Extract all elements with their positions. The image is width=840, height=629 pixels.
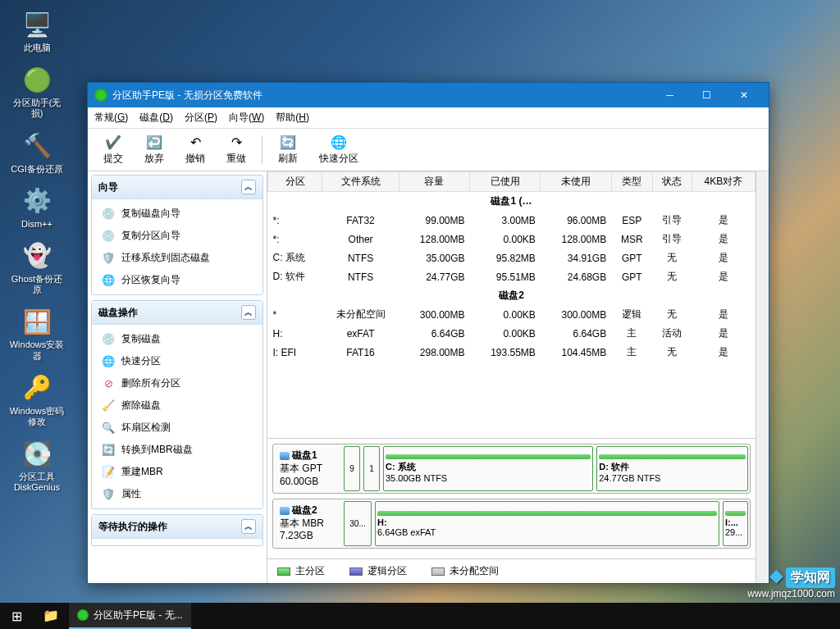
desktop-icon-label: Windows密码修改 (8, 406, 66, 427)
table-header[interactable]: 容量 (399, 172, 469, 192)
panel-item[interactable]: 📝重建MBR (92, 461, 262, 483)
tool-放弃[interactable]: ↩️放弃 (135, 132, 173, 168)
partition-block[interactable]: 1 (363, 446, 380, 491)
maximize-button[interactable]: ☐ (688, 84, 725, 107)
menu-p[interactable]: 分区(P) (185, 111, 217, 125)
panel-header[interactable]: 磁盘操作︽ (92, 301, 262, 325)
panel-item[interactable]: 🛡️迁移系统到固态磁盘 (92, 247, 262, 269)
menu-h[interactable]: 帮助(H) (276, 111, 309, 125)
partition-row[interactable]: *未分配空间300.00MB0.00KB300.00MB逻辑无是 (268, 305, 756, 324)
scrollbar[interactable] (756, 171, 769, 583)
panel-item-icon: 🛡️ (102, 488, 115, 501)
table-header[interactable]: 未使用 (541, 172, 611, 192)
panel-title: 向导 (98, 180, 118, 194)
panel-header[interactable]: 向导︽ (92, 175, 262, 199)
cell: ESP (611, 211, 652, 230)
desktop-icon[interactable]: 🪟Windows安装器 (8, 305, 66, 361)
toolbar-separator (262, 135, 262, 165)
desktop-icon[interactable]: 🖥️此电脑 (8, 8, 66, 53)
partition-row[interactable]: *:Other128.00MB0.00KB128.00MBMSR引导是 (268, 230, 756, 248)
table-header[interactable]: 已使用 (470, 172, 541, 192)
desktop-icon-image: 🔑 (21, 371, 53, 404)
disk-group-row[interactable]: 磁盘2 (268, 286, 756, 305)
taskbar-app[interactable]: 分区助手PE版 - 无... (69, 603, 191, 629)
tool-label: 提交 (103, 152, 123, 166)
desktop-icon[interactable]: 👻Ghost备份还原 (8, 239, 66, 295)
partition-row[interactable]: C: 系统NTFS35.00GB95.82MB34.91GBGPT无是 (268, 248, 756, 267)
taskbar-app-icon (77, 609, 89, 621)
table-header[interactable]: 分区 (268, 172, 322, 192)
disk-group-row[interactable]: 磁盘1 (… (268, 192, 756, 212)
diskmap[interactable]: 磁盘1基本 GPT60.00GB91C: 系统35.00GB NTFSD: 软件… (272, 444, 751, 494)
panel-item[interactable]: ⊘删除所有分区 (92, 372, 262, 394)
cell: *: (268, 230, 322, 248)
partition-table-wrap[interactable]: 分区文件系统容量已使用未使用类型状态4KB对齐 磁盘1 (…*:FAT3299.… (267, 171, 756, 438)
partition-block[interactable]: H:6.64GB exFAT (375, 501, 719, 546)
cell: 35.00GB (399, 248, 469, 267)
partition-row[interactable]: I: EFIFAT16298.00MB193.55MB104.45MB主无是 (268, 343, 756, 362)
table-header[interactable]: 文件系统 (322, 172, 399, 192)
table-header[interactable]: 4KB对齐 (692, 172, 755, 192)
collapse-icon[interactable]: ︽ (241, 180, 256, 194)
collapse-icon[interactable]: ︽ (241, 305, 256, 320)
cell: Other (322, 230, 399, 248)
menu-d[interactable]: 磁盘(D) (139, 111, 173, 125)
diskmap[interactable]: 磁盘2基本 MBR7.23GB30...H:6.64GB exFATI:...2… (272, 499, 751, 549)
file-explorer-icon[interactable]: 📁 (33, 603, 69, 629)
menu-w[interactable]: 向导(W) (229, 111, 264, 125)
partition-row[interactable]: D: 软件NTFS24.77GB95.51MB24.68GBGPT无是 (268, 267, 756, 286)
panel-item[interactable]: 🔍坏扇区检测 (92, 417, 262, 439)
start-button[interactable]: ⊞ (0, 603, 33, 629)
desktop-icon-label: 分区工具DiskGenius (8, 472, 66, 493)
tool-撤销[interactable]: ↶撤销 (176, 132, 214, 168)
main-panel: 分区文件系统容量已使用未使用类型状态4KB对齐 磁盘1 (…*:FAT3299.… (267, 171, 756, 583)
close-button[interactable]: ✕ (725, 84, 762, 107)
panel-body: 💿复制磁盘向导💿复制分区向导🛡️迁移系统到固态磁盘🌐分区恢复向导 (92, 199, 262, 294)
partition-row[interactable]: *:FAT3299.00MB3.00MB96.00MBESP引导是 (268, 211, 756, 230)
desktop-icon[interactable]: 💽分区工具DiskGenius (8, 437, 66, 493)
cell: 128.00MB (399, 230, 469, 248)
partition-block[interactable]: 30... (344, 501, 372, 546)
panel-body (92, 539, 262, 545)
panel-item[interactable]: 🧹擦除磁盘 (92, 394, 262, 417)
cell: 是 (692, 211, 755, 230)
cell: I: EFI (268, 343, 322, 362)
panel-item[interactable]: 🔄转换到MBR磁盘 (92, 439, 262, 461)
desktop-icon-label: Dism++ (21, 219, 52, 230)
tool-刷新[interactable]: 🔄刷新 (269, 132, 307, 168)
desktop-icon-label: 分区助手(无损) (8, 98, 66, 119)
panel-item[interactable]: 🌐分区恢复向导 (92, 269, 262, 291)
partition-block[interactable]: I:...29... (723, 501, 748, 546)
minimize-button[interactable]: ─ (651, 84, 688, 107)
desktop-icon[interactable]: ⚙️Dism++ (8, 185, 66, 230)
partition-block[interactable]: D: 软件24.77GB NTFS (596, 446, 748, 491)
tool-提交[interactable]: ✔️提交 (94, 132, 132, 168)
panel-item[interactable]: 🌐快速分区 (92, 350, 262, 372)
panel-header[interactable]: 等待执行的操作︽ (92, 515, 262, 539)
legend-label: 逻辑分区 (368, 564, 407, 578)
panel-item[interactable]: 🛡️属性 (92, 483, 262, 505)
menu-g[interactable]: 常规(G) (94, 111, 128, 125)
collapse-icon[interactable]: ︽ (241, 519, 256, 534)
cell: 0.00KB (470, 305, 541, 324)
titlebar[interactable]: 分区助手PE版 - 无损分区免费软件 ─ ☐ ✕ (88, 83, 769, 107)
panel-item[interactable]: 💿复制磁盘向导 (92, 203, 262, 225)
table-header[interactable]: 类型 (611, 172, 652, 192)
cell: 是 (692, 305, 755, 324)
desktop-icon[interactable]: 🔨CGI备份还原 (8, 130, 66, 175)
panel-item-label: 坏扇区检测 (121, 421, 171, 435)
window-title: 分区助手PE版 - 无损分区免费软件 (112, 89, 651, 103)
panel-item-icon: 🛡️ (102, 252, 115, 265)
desktop-icon[interactable]: 🟢分区助手(无损) (8, 63, 66, 119)
panel-item[interactable]: 💿复制分区向导 (92, 225, 262, 247)
cell: 0.00KB (470, 230, 541, 248)
panel-item[interactable]: 💿复制磁盘 (92, 328, 262, 350)
partition-block[interactable]: C: 系统35.00GB NTFS (383, 446, 593, 491)
tool-快速分区[interactable]: 🌐快速分区 (310, 132, 368, 168)
tool-重做[interactable]: ↷重做 (217, 132, 255, 168)
partition-row[interactable]: H:exFAT6.64GB0.00KB6.64GB主活动是 (268, 324, 756, 343)
panel-item-icon: 💿 (102, 333, 115, 346)
table-header[interactable]: 状态 (652, 172, 692, 192)
partition-block[interactable]: 9 (344, 446, 360, 491)
desktop-icon[interactable]: 🔑Windows密码修改 (8, 371, 66, 427)
